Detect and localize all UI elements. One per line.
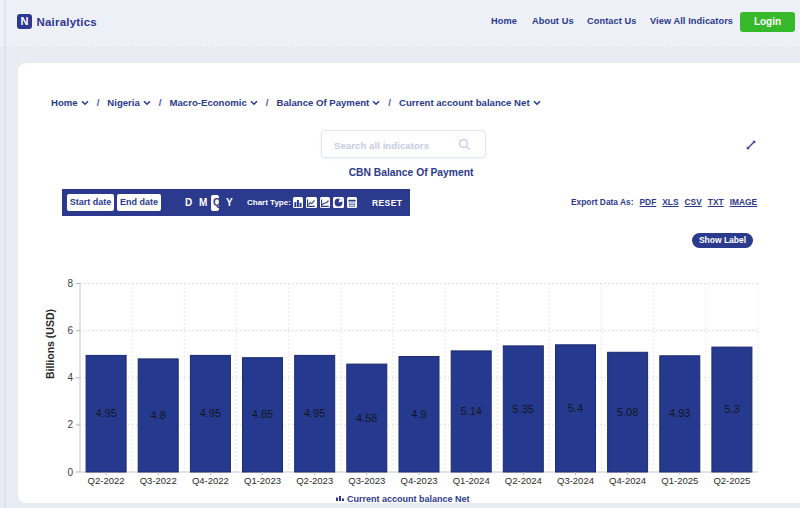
svg-text:6: 6 [67,325,73,336]
svg-text:4.8: 4.8 [151,409,166,421]
svg-text:Q4-2022: Q4-2022 [192,475,229,486]
svg-text:Billions (USD): Billions (USD) [44,309,56,379]
svg-text:4.58: 4.58 [356,412,377,424]
svg-text:4.95: 4.95 [95,407,116,419]
svg-text:4.9: 4.9 [411,408,426,420]
svg-text:5.35: 5.35 [513,403,534,415]
svg-text:5.14: 5.14 [460,405,481,417]
svg-text:4.95: 4.95 [304,407,325,419]
svg-text:5.4: 5.4 [568,402,583,414]
svg-text:Q1-2024: Q1-2024 [453,475,490,486]
svg-text:Current account balance Net: Current account balance Net [347,494,470,504]
svg-text:Q3-2024: Q3-2024 [557,475,594,486]
svg-text:2: 2 [67,419,73,430]
svg-text:5.3: 5.3 [724,403,739,415]
svg-text:Q1-2025: Q1-2025 [661,475,698,486]
svg-text:Q2-2024: Q2-2024 [505,475,542,486]
svg-text:Q3-2022: Q3-2022 [140,475,177,486]
svg-text:4.95: 4.95 [200,407,221,419]
svg-text:4.93: 4.93 [669,407,690,419]
svg-text:5.08: 5.08 [617,406,638,418]
svg-text:Q2-2025: Q2-2025 [713,475,750,486]
svg-text:4.85: 4.85 [252,408,273,420]
svg-text:Q1-2023: Q1-2023 [244,475,281,486]
svg-text:Q4-2023: Q4-2023 [401,475,438,486]
svg-text:Q2-2023: Q2-2023 [296,475,333,486]
svg-text:0: 0 [67,467,73,478]
svg-text:8: 8 [67,278,73,289]
svg-text:4: 4 [67,372,73,383]
svg-text:Q2-2022: Q2-2022 [88,475,125,486]
svg-text:Q4-2024: Q4-2024 [609,475,646,486]
svg-text:Q3-2023: Q3-2023 [348,475,385,486]
